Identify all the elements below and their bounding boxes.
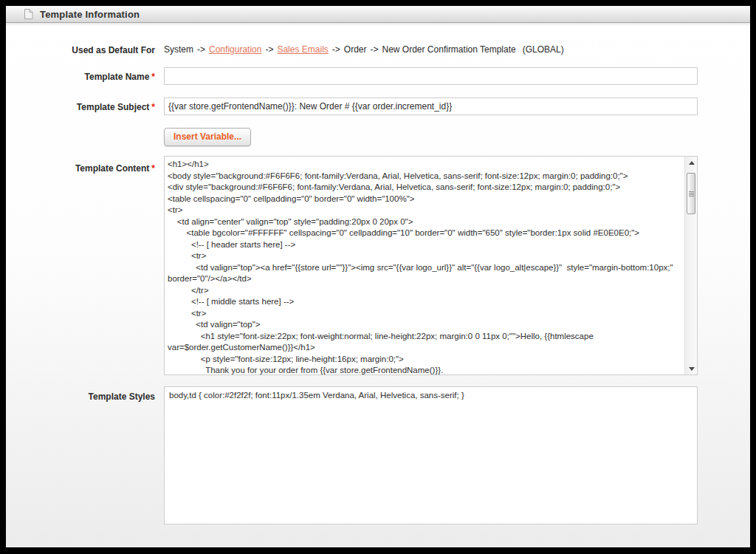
template-name-field-wrap <box>164 67 698 85</box>
breadcrumb-link-sales-emails[interactable]: Sales Emails <box>277 44 328 55</box>
breadcrumb-item-template: New Order Confirmation Template <box>382 44 516 55</box>
scroll-down-button[interactable] <box>685 363 698 375</box>
template-content-textarea[interactable]: <h1></h1> <body style="background:#F6F6F… <box>165 157 684 375</box>
template-name-label: Template Name* <box>6 72 155 83</box>
breadcrumb-item-order: Order <box>344 44 367 55</box>
breadcrumb-separator: -> <box>332 44 340 55</box>
scope-badge: (GLOBAL) <box>523 44 564 55</box>
breadcrumb: System -> Configuration -> Sales Emails … <box>164 44 698 55</box>
content-scrollbar[interactable] <box>684 157 697 375</box>
required-asterisk: * <box>151 72 155 82</box>
template-name-label-text: Template Name <box>85 72 150 82</box>
breadcrumb-separator: -> <box>265 44 273 55</box>
document-icon <box>24 9 33 19</box>
template-subject-label-text: Template Subject <box>77 102 149 112</box>
panel-header: Template Information <box>6 6 750 23</box>
insert-variable-wrap: Insert Variable... <box>164 128 698 146</box>
breadcrumb-item-system: System <box>164 44 193 55</box>
required-asterisk: * <box>151 163 155 174</box>
template-content-label: Template Content* <box>6 163 155 174</box>
template-content-box: <h1></h1> <body style="background:#F6F6F… <box>164 156 698 375</box>
template-styles-textarea[interactable]: body,td { color:#2f2f2f; font:11px/1.35e… <box>164 386 698 524</box>
template-information-panel: Template Information Used as Default For… <box>6 6 750 547</box>
required-asterisk: * <box>151 102 155 112</box>
template-content-label-text: Template Content <box>75 163 149 174</box>
template-subject-label: Template Subject* <box>6 102 155 113</box>
triangle-up-icon <box>689 161 695 165</box>
breadcrumb-link-configuration[interactable]: Configuration <box>209 44 261 55</box>
template-name-input[interactable] <box>164 67 698 85</box>
page: { "panel": { "title": "Template Informat… <box>0 0 756 554</box>
used-as-default-label-text: Used as Default For <box>72 45 155 55</box>
scrollbar-grip-icon <box>689 191 694 196</box>
used-as-default-label: Used as Default For <box>6 45 155 56</box>
content-scrollbar-thumb[interactable] <box>687 173 695 214</box>
template-styles-label: Template Styles <box>6 391 155 403</box>
template-subject-input[interactable] <box>164 98 698 115</box>
triangle-down-icon <box>689 367 695 371</box>
panel-title: Template Information <box>40 9 140 20</box>
template-subject-field-wrap <box>164 98 698 115</box>
breadcrumb-separator: -> <box>371 44 379 55</box>
insert-variable-button[interactable]: Insert Variable... <box>164 128 251 146</box>
scroll-up-button[interactable] <box>685 157 698 168</box>
template-styles-label-text: Template Styles <box>89 391 155 402</box>
breadcrumb-separator: -> <box>197 44 205 55</box>
